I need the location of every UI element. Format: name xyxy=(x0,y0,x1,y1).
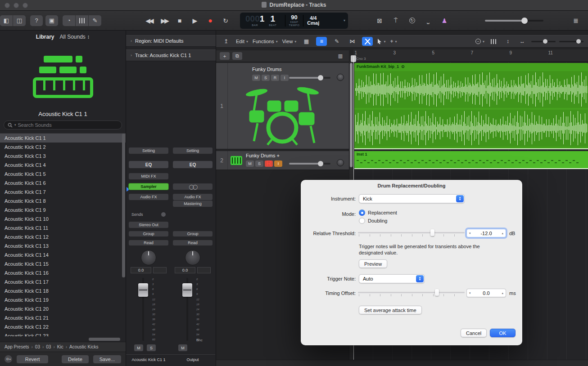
crossfade-icon[interactable]: ⋈ xyxy=(347,37,357,46)
pan-knob[interactable] xyxy=(185,250,200,265)
breadcrumb-item[interactable]: 03 xyxy=(46,344,51,349)
lcd-display[interactable]: 0001 BAR 1 BEAT 90 KEEP TEMPO 4/4 Cmaj ▾ xyxy=(240,13,348,29)
toolbar-toggle-icon[interactable]: ▣ xyxy=(45,15,58,26)
record-enable-button[interactable]: R xyxy=(271,75,279,81)
preview-button[interactable]: Preview xyxy=(359,259,387,268)
library-item[interactable]: Acoustic Kick C1 17 xyxy=(0,277,126,286)
library-item[interactable]: Acoustic Kick C1 16 xyxy=(0,268,126,277)
stop-icon[interactable]: ■ xyxy=(173,15,186,26)
audio-fx-slot[interactable]: Audio FX xyxy=(129,194,168,200)
set-attack-time-button[interactable]: Set average attack time xyxy=(359,306,422,314)
waveform-zoom-icon[interactable] xyxy=(488,37,499,46)
horizontal-zoom-icon[interactable]: ↔ xyxy=(517,37,528,46)
note-pads-icon[interactable]: ▤ xyxy=(586,15,588,26)
peak-value[interactable] xyxy=(197,267,211,273)
track-pan-knob[interactable] xyxy=(337,159,344,166)
midi-region[interactable]: Inst 1 xyxy=(354,151,588,169)
library-hscrollbar[interactable] xyxy=(89,338,120,341)
library-filter[interactable]: All Sounds ↕ xyxy=(59,34,90,40)
stepper-down-icon[interactable]: ▾ xyxy=(469,232,471,235)
track-volume-slider[interactable] xyxy=(289,163,330,165)
group-slot[interactable]: Group xyxy=(173,231,213,237)
library-toggle-icon[interactable]: ◧ xyxy=(0,15,13,26)
cycle-icon[interactable]: ↻ xyxy=(219,15,232,26)
metronome-icon[interactable]: ♟ xyxy=(438,15,451,26)
library-action-menu-icon[interactable]: ⊖▾ xyxy=(5,355,12,363)
volume-fader[interactable]: 0369121824303642485460 xyxy=(173,278,213,341)
catch-playhead-icon[interactable]: ↥ xyxy=(221,37,231,46)
library-item[interactable]: Acoustic Kick C1 8 xyxy=(0,196,126,205)
autopunch-icon[interactable]: ⍑ xyxy=(389,15,402,26)
pan-knob[interactable] xyxy=(141,250,156,265)
search-scope-chevron-icon[interactable]: ▾ xyxy=(14,123,16,127)
record-enable-button[interactable]: R xyxy=(265,161,273,167)
breadcrumb-item[interactable]: 03 xyxy=(35,344,40,349)
audio-fx-slot[interactable]: Audio FX xyxy=(173,194,213,200)
library-item[interactable]: Acoustic Kick C1 12 xyxy=(0,232,126,241)
mixer-icon[interactable] xyxy=(76,15,88,26)
timing-offset-slider[interactable] xyxy=(358,288,465,297)
breadcrumb-item[interactable]: Kic xyxy=(57,344,63,349)
send-knob[interactable] xyxy=(161,212,166,217)
library-item[interactable]: Acoustic Kick C1 1 xyxy=(0,134,126,143)
stepper-up-icon[interactable]: ▴ xyxy=(502,232,503,235)
setting-slot[interactable]: Setting xyxy=(173,147,213,154)
region-inspector-header[interactable]: ›Region: MIDI Defaults xyxy=(126,35,216,47)
duplicate-track-icon[interactable]: ⧉ xyxy=(232,52,242,60)
instrument-popup[interactable]: Kick ▲▼ xyxy=(359,194,465,203)
solo-button[interactable]: S xyxy=(147,344,156,351)
library-scrollbar[interactable] xyxy=(122,134,125,277)
replace-mode-icon[interactable]: ⊠ xyxy=(373,15,386,26)
audio-region[interactable]: FunkSmash Kit_bip_1 ⊙ xyxy=(354,63,588,149)
library-item[interactable]: Acoustic Kick C1 15 xyxy=(0,259,126,268)
bar-ruler[interactable]: 1357911 Cno 3 xyxy=(353,49,588,62)
library-item[interactable]: Acoustic Kick C1 9 xyxy=(0,205,126,214)
library-item[interactable]: Acoustic Kick C1 14 xyxy=(0,250,126,259)
volume-value[interactable]: 0.0 xyxy=(131,267,151,273)
library-item[interactable]: Acoustic Kick C1 20 xyxy=(0,304,126,313)
edit-menu[interactable]: Edit▾ xyxy=(236,39,248,44)
input-monitor-button[interactable]: I xyxy=(280,75,289,81)
volume-fader[interactable]: 0369121824303642485460 xyxy=(129,278,168,341)
radio-selected-icon[interactable] xyxy=(359,210,365,216)
group-slot[interactable]: Group xyxy=(129,231,168,237)
threshold-slider[interactable] xyxy=(358,228,465,237)
output-slot[interactable]: Stereo Out xyxy=(129,222,168,228)
automation-mode-slot[interactable]: Read xyxy=(173,240,213,245)
mastering-slot[interactable]: Mastering xyxy=(173,201,213,207)
track-inspector-header[interactable]: ›Track: Acoustic Kick C1 1 xyxy=(126,49,216,61)
count-in-icon[interactable]: ↻ xyxy=(406,15,418,26)
track-header-options-icon[interactable]: ▥ xyxy=(335,52,345,60)
fader-handle[interactable] xyxy=(182,283,192,297)
lcd-chevron-icon[interactable]: ▾ xyxy=(344,18,345,22)
setting-slot[interactable]: Setting xyxy=(129,147,168,154)
quick-help-button[interactable]: ? xyxy=(30,15,43,26)
bounce-label[interactable]: Bnc xyxy=(196,338,203,342)
library-item[interactable]: Acoustic Kick C1 19 xyxy=(0,295,126,304)
revert-button[interactable]: Revert xyxy=(17,355,48,363)
mute-button[interactable]: M xyxy=(252,75,260,81)
secondary-tool-menu[interactable]: +▾ xyxy=(390,38,397,45)
eq-slot[interactable]: EQ xyxy=(173,161,213,168)
rewind-icon[interactable]: ◀◀ xyxy=(143,15,155,26)
zoom-menu[interactable]: −▾ xyxy=(475,39,484,44)
mode-replacement-option[interactable]: Replacement xyxy=(359,210,397,216)
track-header-2[interactable]: 2 Funky Drums + M S R I xyxy=(216,151,349,170)
library-item[interactable]: Acoustic Kick C1 22 xyxy=(0,322,126,331)
trigger-note-popup[interactable]: Auto ▲▼ xyxy=(359,274,425,283)
threshold-stepper[interactable]: ▾ -12.0 ▴ xyxy=(466,229,506,237)
peak-value[interactable] xyxy=(153,267,167,273)
library-item[interactable]: Acoustic Kick C1 11 xyxy=(0,223,126,232)
library-item[interactable]: Acoustic Kick C1 13 xyxy=(0,241,126,250)
pointer-tool-menu[interactable]: ▾ xyxy=(377,39,385,44)
search-field[interactable]: ▾ xyxy=(4,121,122,129)
ok-button[interactable]: OK xyxy=(490,329,516,337)
horizontal-zoom-slider[interactable] xyxy=(559,41,583,42)
breadcrumb-item[interactable]: Acoustic Kicks xyxy=(69,344,98,349)
mute-button[interactable]: M xyxy=(246,161,254,167)
delete-button[interactable]: Delete xyxy=(62,355,89,363)
cancel-button[interactable]: Cancel xyxy=(461,329,487,337)
inspector-toggle-icon[interactable]: ◫ xyxy=(13,15,26,26)
radio-unselected-icon[interactable] xyxy=(359,218,365,224)
stepper-up-icon[interactable]: ▴ xyxy=(502,291,503,295)
